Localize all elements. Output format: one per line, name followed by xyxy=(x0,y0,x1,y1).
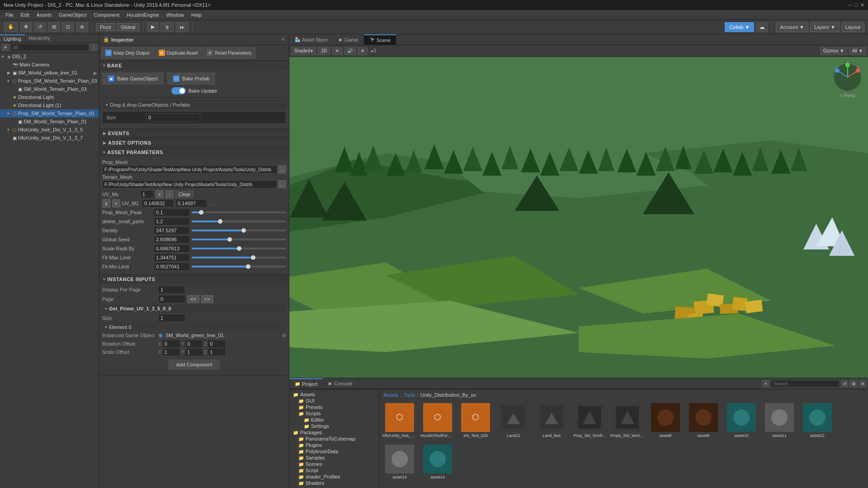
dsp-input[interactable] xyxy=(154,217,190,225)
add-component-btn[interactable]: Add Component xyxy=(169,360,220,370)
igo-target-btn[interactable]: ⊙ xyxy=(282,333,286,338)
fmin-slider-thumb[interactable] xyxy=(246,264,250,269)
asset-item-3[interactable]: Land12 xyxy=(495,401,532,441)
toolbar-transform-move[interactable]: ✥ xyxy=(20,22,32,32)
asset-item-10[interactable]: asset11 xyxy=(761,401,797,441)
bc-tools[interactable]: Tools xyxy=(404,392,415,398)
hier-item-4[interactable]: ☀ Directional Light xyxy=(0,93,99,101)
uv-m1-plus-btn[interactable]: + xyxy=(112,199,120,207)
persp-label[interactable]: < Persp xyxy=(840,93,856,98)
sr-slider-track[interactable] xyxy=(192,248,286,249)
hier-btn-1[interactable]: ▶ xyxy=(94,70,97,75)
uv-ms-input[interactable] xyxy=(140,190,154,198)
uv-m1-val1-input[interactable] xyxy=(142,199,174,207)
lighting-tab[interactable]: Lighting xyxy=(0,34,25,42)
tree-item-packages[interactable]: 📁 Packages xyxy=(291,429,377,436)
collab-btn[interactable]: Collab ▼ xyxy=(725,22,754,32)
fm-slider-track[interactable] xyxy=(192,257,286,258)
fm-input[interactable] xyxy=(154,253,190,262)
asset-item-9[interactable]: asset10 xyxy=(723,401,760,441)
ii-header[interactable]: ▾ INSTANCE INPUTS xyxy=(99,275,289,284)
shaded-btn[interactable]: Shaded ▾ xyxy=(291,47,316,55)
uv-m1-expand[interactable]: ... xyxy=(209,201,212,206)
dsp-slider-thumb[interactable] xyxy=(218,219,222,224)
menu-file[interactable]: File xyxy=(2,11,17,19)
menu-help[interactable]: Help xyxy=(188,11,205,19)
hier-item-0[interactable]: 📷 Main Camera xyxy=(0,61,99,69)
hier-item-1[interactable]: ▶ ▣ SM_World_yellow_tree_01 ▶ xyxy=(0,69,99,77)
project-refresh-btn[interactable]: ↺ xyxy=(841,380,848,387)
density-input[interactable] xyxy=(154,226,190,235)
hierarchy-add-btn[interactable]: + xyxy=(2,44,9,51)
minimize-btn[interactable]: ─ xyxy=(849,2,852,8)
uv-ms-minus-btn[interactable]: - xyxy=(165,190,174,198)
clear-btn[interactable]: Clear xyxy=(175,191,193,198)
scene-light-btn[interactable]: ☀ xyxy=(332,47,342,55)
close-btn[interactable]: ✕ xyxy=(860,2,864,8)
menu-edit[interactable]: Edit xyxy=(17,11,33,19)
asset-store-tab[interactable]: 🏪 Asset Store xyxy=(289,34,334,45)
cloud-btn[interactable]: ☁ xyxy=(756,22,768,32)
bake-gameobject-btn[interactable]: ▣ Bake GameObject xyxy=(102,73,164,84)
bc-unity-dist[interactable]: Unity_Distribution_By_uv xyxy=(420,392,476,398)
game-tab[interactable]: ▶ Game xyxy=(334,34,364,45)
dragdrop-header[interactable]: ▾ Drag & drop GameObjects / Prefabs: xyxy=(102,100,286,109)
asset-item-11[interactable]: asset12 xyxy=(799,401,835,441)
project-search-input[interactable] xyxy=(771,380,839,387)
tree-item-polybrush[interactable]: 📁 PolybrushData xyxy=(291,448,377,455)
menu-gameobject[interactable]: GameObject xyxy=(55,11,90,19)
tree-item-shader-profiles[interactable]: 📁 shader_Profiles xyxy=(291,474,377,480)
project-tab[interactable]: 📁 Project xyxy=(289,378,323,389)
toolbar-transform-rotate[interactable]: ↺ xyxy=(34,22,46,32)
asset-options-header[interactable]: ▶ ASSET OPTIONS xyxy=(99,138,289,147)
hier-item-3[interactable]: ▣ SM_World_Terrain_Plain_03 xyxy=(0,85,99,93)
toolbar-transform-hand[interactable]: ✋ xyxy=(4,22,18,32)
scene-fx-btn[interactable]: ✦ xyxy=(358,47,368,55)
tree-item-scripts[interactable]: 📁 Scripts xyxy=(291,410,377,417)
fmin-slider-track[interactable] xyxy=(192,266,286,267)
sr-input[interactable] xyxy=(154,244,190,253)
rot-z-input[interactable] xyxy=(208,340,226,348)
terrain-mesh-path-input[interactable] xyxy=(102,180,277,188)
menu-houdini[interactable]: HoudiniEngine xyxy=(123,11,163,19)
inspector-close[interactable]: ✕ xyxy=(281,37,285,42)
menu-component[interactable]: Component xyxy=(90,11,123,19)
density-slider-thumb[interactable] xyxy=(241,228,246,233)
get-prime-header[interactable]: ▾ Get_Prime_UV_1_3_5_0_0 xyxy=(102,305,286,313)
dpp-input[interactable] xyxy=(158,286,185,294)
gs-slider-thumb[interactable] xyxy=(227,237,232,242)
scene-root[interactable]: ▾ ◈ DIS_2 ⋮ xyxy=(0,52,99,61)
hierarchy-tab[interactable]: Hierarchy xyxy=(25,34,54,42)
scene-options[interactable]: ⋮ xyxy=(93,54,97,59)
rot-x-input[interactable] xyxy=(162,340,180,348)
page-input[interactable] xyxy=(158,295,185,303)
asset-item-4[interactable]: Land_test xyxy=(533,401,570,441)
tree-item-script[interactable]: 📁 Script xyxy=(291,467,377,474)
scene-tab[interactable]: 🔭 Scene xyxy=(364,34,396,45)
terrain-mesh-browse-btn[interactable]: ... xyxy=(278,180,286,188)
size-input[interactable] xyxy=(146,113,200,122)
asset-item-5[interactable]: Prop_SM_Worlt... xyxy=(571,401,608,441)
hierarchy-search-input[interactable] xyxy=(13,45,87,50)
global-btn[interactable]: Global xyxy=(117,23,139,31)
menu-assets[interactable]: Assets xyxy=(33,11,55,19)
density-slider-track[interactable] xyxy=(192,230,286,231)
toolbar-transform-rect[interactable]: ⊡ xyxy=(62,22,74,32)
hier-item-2[interactable]: ▾ ⬡ Props_SM_World_Terrain_Plain_03 xyxy=(0,77,99,85)
tree-item-gui[interactable]: 📁 GUI xyxy=(291,398,377,404)
asset-item-6[interactable]: Props_SM_World... xyxy=(609,401,646,441)
duplicate-asset-btn[interactable]: ⊞ Duplicate Asset xyxy=(155,47,202,59)
hier-item-8[interactable]: ▾ ⬡ HforUnity_tree_Dis_V_1_3_5 xyxy=(0,126,99,134)
bc-assets[interactable]: Assets xyxy=(383,392,398,398)
prop-mesh-path-input[interactable] xyxy=(102,165,277,174)
tree-item-samples[interactable]: 📁 Samples xyxy=(291,455,377,461)
uv-m1-val2-input[interactable] xyxy=(175,199,207,207)
scale-y-input[interactable] xyxy=(185,348,203,356)
toolbar-transform-all[interactable]: ⊕ xyxy=(76,22,88,32)
uv-m1-x-btn[interactable]: x xyxy=(102,199,110,207)
toolbar-transform-scale[interactable]: ⊞ xyxy=(48,22,60,32)
sr-slider-thumb[interactable] xyxy=(237,246,241,251)
hier-item-6[interactable]: ▾ ⬡ Prop_SM_World_Terrain_Plain_01 xyxy=(0,109,99,117)
step-btn[interactable]: ⏭ xyxy=(175,22,189,32)
hierarchy-search[interactable] xyxy=(11,44,89,51)
